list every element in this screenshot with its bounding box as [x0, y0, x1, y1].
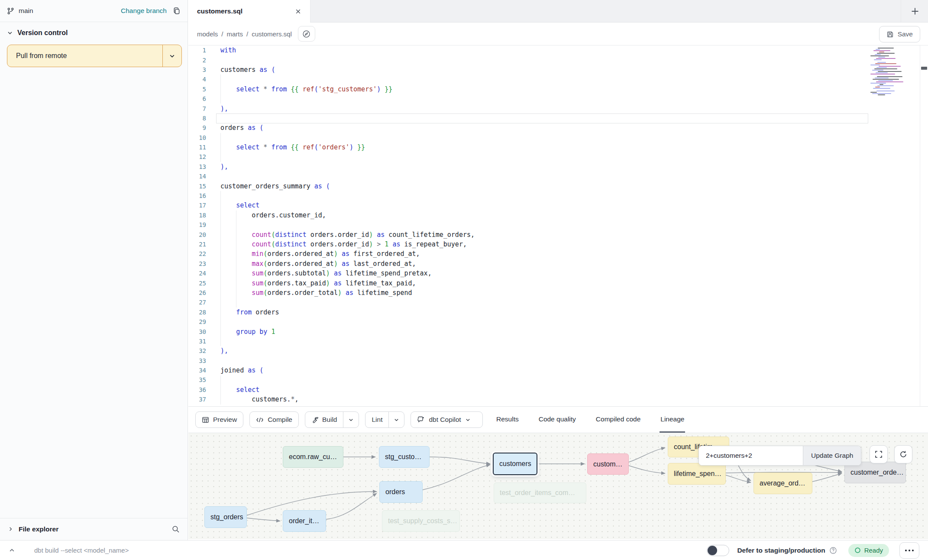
lineage-node-stg-customers[interactable]: stg_custo…	[379, 446, 430, 468]
help-icon[interactable]	[829, 547, 837, 554]
code-line[interactable]: 15customer_orders_summary as (	[188, 181, 928, 191]
change-branch-link[interactable]: Change branch	[121, 7, 167, 15]
code-line[interactable]: 6	[188, 94, 928, 104]
code-line[interactable]: 14	[188, 172, 928, 181]
code-line[interactable]: 32),	[188, 346, 928, 356]
branch-row: main Change branch	[0, 0, 188, 22]
lineage-edge	[629, 466, 665, 473]
git-branch-icon	[7, 7, 14, 15]
code-line[interactable]: 8	[188, 113, 928, 123]
refresh-button[interactable]	[894, 445, 912, 463]
pull-from-remote-label[interactable]: Pull from remote	[7, 45, 162, 67]
status-badge[interactable]: Ready	[848, 544, 889, 557]
lineage-search-input[interactable]	[699, 446, 803, 465]
code-text: orders.customer_id,	[220, 211, 326, 219]
code-line[interactable]: 30 group by 1	[188, 327, 928, 336]
breadcrumb-separator: /	[221, 30, 223, 38]
code-line[interactable]: 5 select * from {{ ref('stg_customers') …	[188, 84, 928, 94]
breadcrumb-part[interactable]: marts	[227, 30, 243, 38]
tab-customers-sql[interactable]: customers.sql	[188, 0, 310, 23]
breadcrumb-part[interactable]: customers.sql	[252, 30, 292, 38]
code-line[interactable]: 23 max(orders.ordered_at) as last_ordere…	[188, 259, 928, 269]
code-line[interactable]: 4	[188, 74, 928, 84]
save-button[interactable]: Save	[879, 26, 920, 42]
close-icon[interactable]	[295, 8, 301, 15]
code-line[interactable]: 20 count(distinct orders.order_id) as co…	[188, 230, 928, 239]
build-dropdown-toggle[interactable]	[343, 412, 359, 427]
compile-button[interactable]: Compile	[249, 411, 299, 428]
search-icon[interactable]	[171, 525, 180, 533]
fullscreen-button[interactable]	[870, 445, 888, 463]
lineage-node-lifetime-spend[interactable]: lifetime_spen…	[668, 463, 726, 485]
code-line[interactable]: 18 orders.customer_id,	[188, 210, 928, 220]
pull-dropdown-toggle[interactable]	[162, 45, 181, 67]
code-line[interactable]: 28 from orders	[188, 308, 928, 317]
dbt-copilot-button[interactable]: dbt Copilot	[411, 411, 482, 428]
code-line[interactable]: 19	[188, 220, 928, 230]
code-line[interactable]: 27	[188, 298, 928, 307]
code-line[interactable]: 37 customers.*,	[188, 395, 928, 404]
code-line[interactable]: 29	[188, 317, 928, 327]
file-explorer-row[interactable]: File explorer	[0, 518, 188, 540]
collapse-chevron-up-icon[interactable]	[9, 547, 15, 554]
lineage-panel[interactable]: ecom.raw_cu…stg_custo…ordersstg_ordersor…	[188, 433, 928, 539]
line-number: 17	[188, 202, 220, 209]
code-line[interactable]: 13),	[188, 162, 928, 172]
code-line[interactable]: 1with	[188, 45, 928, 55]
code-line[interactable]: 34joined as (	[188, 366, 928, 375]
lineage-node-ecom-raw-customers[interactable]: ecom.raw_cu…	[283, 446, 343, 468]
sidebar: main Change branch Version control Pull …	[0, 0, 188, 540]
lineage-edge	[247, 518, 280, 521]
copy-icon[interactable]	[173, 7, 181, 15]
preview-button[interactable]: Preview	[195, 411, 243, 428]
code-text: from orders	[220, 308, 279, 316]
tab-compiled-code[interactable]: Compiled code	[595, 407, 641, 433]
code-line[interactable]: 7),	[188, 104, 928, 113]
code-line[interactable]: 2	[188, 55, 928, 65]
code-line[interactable]: 24 sum(orders.subtotal) as lifetime_spen…	[188, 269, 928, 278]
lineage-node-customers-downstream[interactable]: custom…	[587, 453, 629, 475]
code-line[interactable]: 26 sum(orders.order_total) as lifetime_s…	[188, 288, 928, 298]
line-number: 3	[188, 66, 220, 73]
code-line[interactable]: 31	[188, 337, 928, 346]
code-line[interactable]: 35	[188, 375, 928, 385]
cli-command-text[interactable]: dbt build --select <model_name>	[34, 547, 129, 554]
lint-button[interactable]: Lint	[365, 411, 404, 428]
lineage-node-customers[interactable]: customers	[493, 453, 537, 475]
breadcrumb-part[interactable]: models	[197, 30, 218, 38]
copilot-compass-icon[interactable]	[298, 26, 315, 42]
lineage-node-average-order[interactable]: average_ord…	[753, 473, 812, 494]
new-tab-button[interactable]	[908, 4, 922, 18]
pull-from-remote-button[interactable]: Pull from remote	[7, 45, 182, 67]
defer-toggle[interactable]	[707, 545, 729, 556]
dbt-copilot-label: dbt Copilot	[429, 416, 461, 424]
tab-lineage[interactable]: Lineage	[660, 407, 685, 433]
lineage-node-test-order-items[interactable]: test_order_items_com…	[494, 482, 586, 503]
tab-code-quality[interactable]: Code quality	[538, 407, 577, 433]
version-control-header[interactable]: Version control	[7, 29, 181, 37]
code-line[interactable]: 17 select	[188, 201, 928, 210]
code-text: ),	[220, 105, 228, 113]
code-line[interactable]: 33	[188, 356, 928, 366]
lineage-node-orders[interactable]: orders	[379, 481, 423, 503]
code-line[interactable]: 36 select	[188, 385, 928, 395]
code-line[interactable]: 12	[188, 152, 928, 162]
code-editor[interactable]: 1with23customers as (45 select * from {{…	[188, 45, 928, 406]
build-button[interactable]: Build	[305, 411, 359, 428]
code-line[interactable]: 9orders as (	[188, 123, 928, 133]
lineage-node-test-supply-costs[interactable]: test_supply_costs_s…	[382, 510, 460, 532]
lineage-node-order-items[interactable]: order_it…	[283, 510, 326, 532]
more-options-button[interactable]	[899, 542, 919, 559]
code-line[interactable]: 22 min(orders.ordered_at) as first_order…	[188, 249, 928, 259]
lineage-node-stg-orders[interactable]: stg_orders	[204, 506, 247, 528]
update-graph-button[interactable]: Update Graph	[803, 446, 861, 465]
code-line[interactable]: 16	[188, 191, 928, 201]
code-text: select	[220, 201, 259, 209]
code-line[interactable]: 11 select * from {{ ref('orders') }}	[188, 142, 928, 152]
tab-results[interactable]: Results	[495, 407, 520, 433]
code-line[interactable]: 3customers as (	[188, 65, 928, 74]
lint-dropdown-toggle[interactable]	[388, 412, 404, 427]
code-line[interactable]: 10	[188, 133, 928, 142]
code-line[interactable]: 25 sum(orders.tax_paid) as lifetime_tax_…	[188, 278, 928, 288]
code-line[interactable]: 21 count(distinct orders.order_id) > 1 a…	[188, 240, 928, 249]
